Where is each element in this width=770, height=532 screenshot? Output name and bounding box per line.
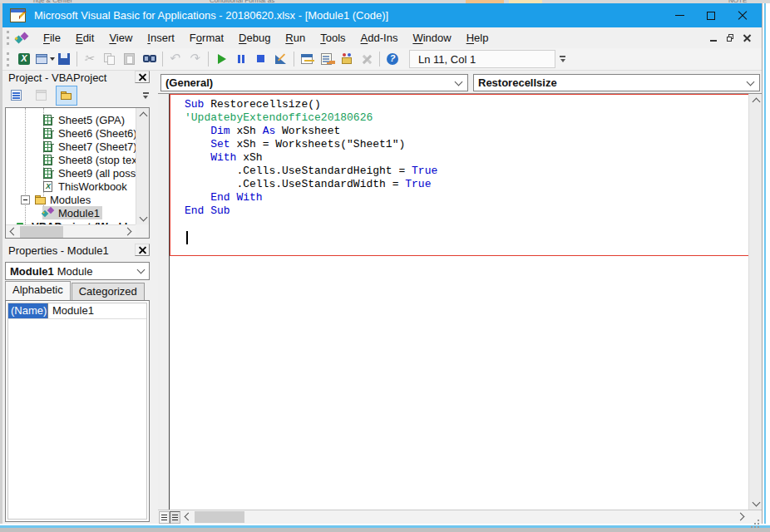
procedure-view-button[interactable] xyxy=(159,511,170,524)
project-toolbar-options-button[interactable] xyxy=(141,87,151,104)
menu-item-format[interactable]: Format xyxy=(182,27,231,48)
menu-item-window[interactable]: Window xyxy=(405,27,458,48)
tree-expander-icon[interactable] xyxy=(21,195,30,204)
view-code-button[interactable] xyxy=(6,86,27,106)
copy-button xyxy=(100,49,120,69)
scrollbar-thumb[interactable] xyxy=(20,226,63,238)
insert-userform-icon xyxy=(34,52,49,66)
tree-item-sheet7-sheet7[interactable]: Sheet7 (Sheet7) xyxy=(6,140,136,153)
properties-panel-close-button[interactable] xyxy=(135,244,150,256)
save-button[interactable] xyxy=(54,49,74,69)
project-tree: Sheet5 (GPA)Sheet6 (Sheet6)Sheet7 (Sheet… xyxy=(5,107,150,239)
code-horizontal-scrollbar[interactable] xyxy=(180,510,748,524)
design-mode-button[interactable] xyxy=(271,49,291,69)
menu-items: FileEditViewInsertFormatDebugRunToolsAdd… xyxy=(36,27,496,48)
properties-window-button[interactable] xyxy=(317,49,337,69)
toggle-folders-icon xyxy=(59,88,74,103)
tree-item-sheet9-all-possi[interactable]: Sheet9 (all possi xyxy=(6,166,136,180)
code-token: Set xyxy=(210,138,230,150)
property-value-cell[interactable]: Module1 xyxy=(48,303,98,318)
menu-item-help[interactable]: Help xyxy=(459,27,496,48)
object-selector-dropdown[interactable]: Module1 Module xyxy=(5,262,150,280)
project-tree-view: Sheet5 (GPA)Sheet6 (Sheet6)Sheet7 (Sheet… xyxy=(6,108,136,224)
toolbar-options-icon xyxy=(143,92,149,94)
object-browser-button[interactable] xyxy=(337,49,357,69)
scroll-right-button[interactable] xyxy=(735,510,748,523)
property-row[interactable]: (Name) Module1 xyxy=(8,303,146,319)
code-token xyxy=(185,125,210,137)
toolbar-options-button[interactable] xyxy=(557,50,568,68)
code-token: True xyxy=(412,165,437,177)
menu-item-insert[interactable]: Insert xyxy=(140,27,182,48)
tab-categorized[interactable]: Categorized xyxy=(72,283,145,300)
menu-item-view[interactable]: View xyxy=(101,27,140,48)
project-panel-close-button[interactable] xyxy=(135,71,150,83)
toolbar-grip[interactable] xyxy=(7,52,9,66)
help-button[interactable] xyxy=(383,49,402,69)
code-editor-bottom-bar xyxy=(158,510,762,524)
object-dropdown[interactable]: (General) xyxy=(160,74,468,91)
code-editor[interactable]: Sub Restorecellsize()'UpdatebyExtendoffi… xyxy=(158,93,762,524)
project-tree-horizontal-scrollbar[interactable] xyxy=(6,224,136,238)
menu-item-file[interactable]: File xyxy=(36,27,68,48)
procedure-dropdown[interactable]: Restorecellsize xyxy=(473,74,760,91)
tab-alphabetic[interactable]: Alphabetic xyxy=(5,281,71,300)
find-button[interactable] xyxy=(140,49,160,69)
resize-grip[interactable] xyxy=(748,510,762,524)
project-explorer-button[interactable] xyxy=(297,49,317,69)
mdi-close-button[interactable] xyxy=(738,31,755,46)
scroll-left-button[interactable] xyxy=(6,225,19,238)
margin-indicator-bar[interactable] xyxy=(158,94,170,510)
help-icon xyxy=(385,52,400,66)
project-tree-vertical-scrollbar[interactable] xyxy=(136,108,149,224)
vertical-panel-splitter[interactable] xyxy=(152,71,158,524)
break-button[interactable] xyxy=(231,49,251,69)
cut-button xyxy=(80,49,100,69)
toolbox-icon xyxy=(359,52,374,66)
chevron-down-icon xyxy=(143,96,148,99)
cursor-position-indicator: Ln 11, Col 1 xyxy=(409,50,555,68)
excel-border xyxy=(0,525,770,528)
menu-item-run[interactable]: Run xyxy=(278,27,313,48)
scroll-left-button[interactable] xyxy=(180,510,194,523)
project-explorer-icon xyxy=(299,52,314,66)
tree-item-sheet8-stop-tex[interactable]: Sheet8 (stop tex xyxy=(6,153,136,166)
tree-item-sheet5-gpa[interactable]: Sheet5 (GPA) xyxy=(6,113,136,126)
scrollbar-thumb[interactable] xyxy=(195,511,244,523)
mdi-minimize-button[interactable] xyxy=(705,31,722,46)
tree-item-sheet6-sheet6[interactable]: Sheet6 (Sheet6) xyxy=(6,126,136,140)
menu-item-debug[interactable]: Debug xyxy=(231,27,278,48)
view-microsoft-excel-button[interactable] xyxy=(14,49,34,69)
toggle-folders-button[interactable] xyxy=(56,86,77,106)
tree-item-modules[interactable]: Modules xyxy=(6,193,136,206)
tree-item-label: Modules xyxy=(50,194,91,206)
tree-item-module1[interactable]: Module1 xyxy=(6,206,136,219)
reset-button[interactable] xyxy=(251,49,271,69)
close-button[interactable] xyxy=(727,3,758,27)
scroll-down-button[interactable] xyxy=(136,212,150,224)
code-vertical-scrollbar[interactable] xyxy=(748,94,762,510)
maximize-button[interactable] xyxy=(695,3,727,27)
menu-item-edit[interactable]: Edit xyxy=(68,27,101,48)
scroll-up-button[interactable] xyxy=(136,108,150,121)
run-sub-button[interactable] xyxy=(211,49,231,69)
vba-window: Microsoft Visual Basic for Applications … xyxy=(2,3,763,524)
menu-item-tools[interactable]: Tools xyxy=(313,27,353,48)
tree-item-label: Sheet7 (Sheet7) xyxy=(58,140,136,153)
insert-userform-button[interactable] xyxy=(34,49,54,69)
menu-item-addins[interactable]: Add-Ins xyxy=(353,27,406,48)
scroll-up-button[interactable] xyxy=(749,94,763,106)
code-token: Sub xyxy=(185,98,204,111)
full-module-view-button[interactable] xyxy=(170,511,180,524)
code-text[interactable]: Sub Restorecellsize()'UpdatebyExtendoffi… xyxy=(185,98,437,218)
minimize-button[interactable] xyxy=(664,3,695,27)
scroll-right-button[interactable] xyxy=(122,225,136,238)
procedure-view-icon xyxy=(161,515,167,520)
scroll-down-button[interactable] xyxy=(749,497,763,510)
property-name-cell[interactable]: (Name) xyxy=(8,303,48,318)
mdi-restore-button[interactable] xyxy=(722,31,738,46)
view-object-icon xyxy=(34,88,49,103)
toolbar-grip[interactable] xyxy=(7,31,9,45)
module-window-icon[interactable] xyxy=(14,32,29,45)
tree-item-thisworkbook[interactable]: ThisWorkbook xyxy=(6,180,136,193)
